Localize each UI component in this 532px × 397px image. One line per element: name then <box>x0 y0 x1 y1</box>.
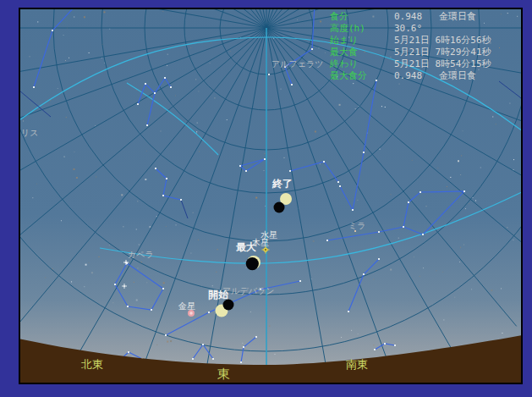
info-label: 最大食分 <box>330 70 394 82</box>
eclipse-phase-label-start: 開始 <box>208 288 228 302</box>
info-row-start-time: 始まり5月21日 6時16分56秒 <box>330 35 491 47</box>
info-label: 高度(h) <box>330 23 394 35</box>
planet-label-venus: 金星 <box>178 301 195 312</box>
info-row-altitude: 高度(h)30.6° <box>330 23 491 35</box>
info-value: 0.948 金環日食 <box>394 70 476 81</box>
eclipse-info-panel: 食分0.948 金環日食 高度(h)30.6° 始まり5月21日 6時16分56… <box>330 11 491 82</box>
info-label: 始まり <box>330 35 394 47</box>
info-value: 5月21日 6時16分56秒 <box>394 35 491 46</box>
info-row-magnitude: 食分0.948 金環日食 <box>330 11 491 23</box>
info-value: 5月21日 8時54分15秒 <box>394 58 491 69</box>
planetarium-window: アルフェラツ リス カペラ ミラ アルデバラン 水星 木星 金星 終了 最大 開… <box>0 0 532 397</box>
star-label-risu: リス <box>21 127 38 139</box>
direction-label-east: 東 <box>217 367 230 383</box>
star-label-mira: ミラ <box>348 220 365 232</box>
info-row-end-time: 終わり5月21日 8時54分15秒 <box>330 58 491 70</box>
info-value: 0.948 金環日食 <box>394 11 476 22</box>
info-label: 終わり <box>330 58 394 70</box>
info-row-max-magnitude: 最大食分0.948 金環日食 <box>330 70 491 82</box>
eclipse-phase-label-end: 終了 <box>272 177 293 191</box>
info-value: 5月21日 7時29分41秒 <box>394 47 491 58</box>
star-label-capella: カペラ <box>128 249 154 261</box>
sky-chart[interactable]: アルフェラツ リス カペラ ミラ アルデバラン 水星 木星 金星 終了 最大 開… <box>19 8 523 384</box>
info-label: 食分 <box>330 11 394 23</box>
info-value: 30.6° <box>394 23 422 34</box>
eclipse-phase-label-max: 最大 <box>236 240 256 255</box>
star-label-aldebaran: アルデバラン <box>222 285 274 297</box>
direction-label-southeast: 南東 <box>346 357 368 372</box>
info-label: 最大食 <box>330 47 394 58</box>
direction-label-northeast: 北東 <box>81 357 103 372</box>
info-row-max-time: 最大食5月21日 7時29分41秒 <box>330 47 491 58</box>
star-label-alpheratz: アルフェラツ <box>271 58 323 70</box>
